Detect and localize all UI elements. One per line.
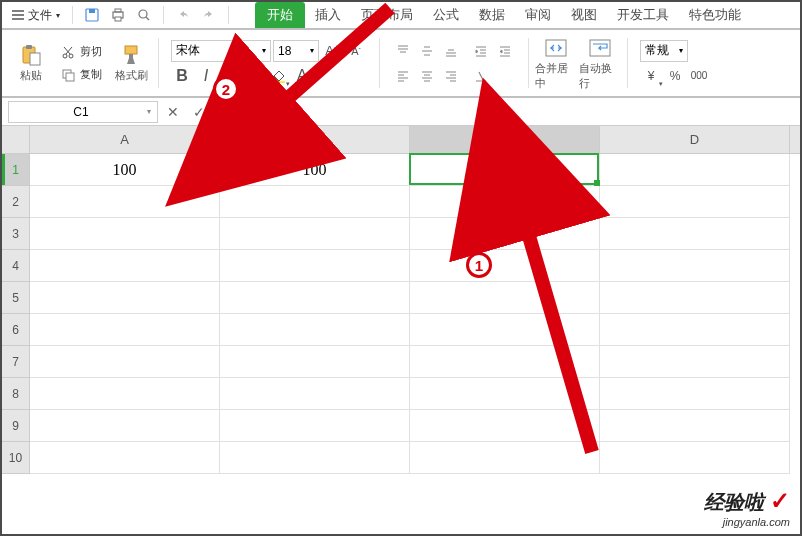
confirm-icon[interactable]: ✓ — [190, 103, 208, 121]
row-header-4[interactable]: 4 — [2, 250, 29, 282]
cell[interactable] — [410, 378, 600, 410]
tab-insert[interactable]: 插入 — [305, 2, 351, 28]
cell[interactable] — [220, 282, 410, 314]
cell[interactable] — [30, 250, 220, 282]
cell[interactable] — [220, 410, 410, 442]
merge-center-button[interactable]: 合并居中 — [535, 36, 577, 91]
print-icon[interactable] — [109, 6, 127, 24]
increase-indent-button[interactable] — [494, 40, 516, 62]
cell[interactable] — [220, 250, 410, 282]
comma-button[interactable]: 000 — [688, 65, 710, 87]
number-format-select[interactable]: 常规 ▾ — [640, 40, 688, 62]
save-icon[interactable] — [83, 6, 101, 24]
row-header-6[interactable]: 6 — [2, 314, 29, 346]
cell[interactable] — [220, 346, 410, 378]
font-size-select[interactable]: 18 ▾ — [273, 40, 319, 62]
col-header-a[interactable]: A — [30, 126, 220, 153]
align-left-button[interactable] — [392, 65, 414, 87]
cell[interactable] — [30, 410, 220, 442]
cell[interactable] — [600, 346, 790, 378]
cell[interactable] — [410, 410, 600, 442]
align-middle-button[interactable] — [416, 40, 438, 62]
cell[interactable] — [600, 250, 790, 282]
cell[interactable] — [30, 442, 220, 474]
align-center-button[interactable] — [416, 65, 438, 87]
tab-view[interactable]: 视图 — [561, 2, 607, 28]
copy-button[interactable]: 复制 — [60, 65, 102, 85]
undo-icon[interactable] — [174, 6, 192, 24]
tab-features[interactable]: 特色功能 — [679, 2, 751, 28]
cancel-icon[interactable]: ✕ — [164, 103, 182, 121]
row-header-10[interactable]: 10 — [2, 442, 29, 474]
cell[interactable] — [600, 218, 790, 250]
col-header-d[interactable]: D — [600, 126, 790, 153]
cell[interactable] — [410, 314, 600, 346]
row-header-1[interactable]: 1 — [2, 154, 29, 186]
cells-area[interactable]: 100100 — [30, 154, 800, 534]
select-all-corner[interactable] — [2, 126, 30, 154]
row-header-3[interactable]: 3 — [2, 218, 29, 250]
cell[interactable] — [410, 250, 600, 282]
redo-icon[interactable] — [200, 6, 218, 24]
cell[interactable] — [30, 218, 220, 250]
font-color-button[interactable]: A▾ — [291, 65, 313, 87]
cell[interactable] — [600, 442, 790, 474]
format-painter-button[interactable]: 格式刷 — [110, 43, 152, 83]
cell[interactable] — [220, 378, 410, 410]
tab-start[interactable]: 开始 — [255, 2, 305, 28]
cell[interactable] — [220, 314, 410, 346]
cell[interactable] — [30, 378, 220, 410]
decrease-font-button[interactable]: A- — [345, 40, 367, 62]
cell[interactable] — [30, 314, 220, 346]
cell[interactable] — [220, 218, 410, 250]
tab-formula[interactable]: 公式 — [423, 2, 469, 28]
tab-page-layout[interactable]: 页面布局 — [351, 2, 423, 28]
cell[interactable] — [600, 282, 790, 314]
orientation-button[interactable] — [470, 65, 492, 87]
cell[interactable] — [410, 282, 600, 314]
percent-button[interactable]: % — [664, 65, 686, 87]
cell[interactable] — [600, 378, 790, 410]
cell[interactable] — [410, 218, 600, 250]
tab-developer[interactable]: 开发工具 — [607, 2, 679, 28]
tab-review[interactable]: 审阅 — [515, 2, 561, 28]
cell[interactable] — [410, 442, 600, 474]
print-preview-icon[interactable] — [135, 6, 153, 24]
tab-data[interactable]: 数据 — [469, 2, 515, 28]
cell[interactable] — [30, 346, 220, 378]
name-box[interactable]: C1 ▾ — [8, 101, 158, 123]
align-top-button[interactable] — [392, 40, 414, 62]
cell[interactable] — [30, 282, 220, 314]
cell[interactable] — [220, 442, 410, 474]
align-right-button[interactable] — [440, 65, 462, 87]
cell[interactable] — [220, 186, 410, 218]
cell[interactable] — [30, 186, 220, 218]
align-bottom-button[interactable] — [440, 40, 462, 62]
fill-color-button[interactable]: ▾ — [267, 65, 289, 87]
wrap-text-button[interactable]: 自动换行 — [579, 36, 621, 91]
cell[interactable] — [600, 314, 790, 346]
row-header-5[interactable]: 5 — [2, 282, 29, 314]
row-header-9[interactable]: 9 — [2, 410, 29, 442]
row-header-2[interactable]: 2 — [2, 186, 29, 218]
cut-button[interactable]: 剪切 — [60, 42, 102, 62]
cell[interactable] — [600, 410, 790, 442]
font-name-select[interactable]: 宋体 ▾ — [171, 40, 271, 62]
row-header-7[interactable]: 7 — [2, 346, 29, 378]
paste-button[interactable]: 粘贴 — [10, 43, 52, 83]
row-header-8[interactable]: 8 — [2, 378, 29, 410]
cell[interactable]: 100 — [30, 154, 220, 186]
border-button[interactable]: ▾ — [243, 65, 265, 87]
currency-button[interactable]: ¥▾ — [640, 65, 662, 87]
col-header-b[interactable]: B — [220, 126, 410, 153]
decrease-indent-button[interactable] — [470, 40, 492, 62]
cell[interactable] — [600, 186, 790, 218]
fx-icon[interactable]: fx — [216, 103, 234, 121]
col-header-c[interactable]: C — [410, 126, 600, 153]
formula-input[interactable] — [240, 101, 794, 123]
cell[interactable] — [410, 346, 600, 378]
cell[interactable] — [600, 154, 790, 186]
file-menu-button[interactable]: 文件 ▾ — [6, 5, 66, 26]
cell[interactable]: 100 — [220, 154, 410, 186]
bold-button[interactable]: B — [171, 65, 193, 87]
